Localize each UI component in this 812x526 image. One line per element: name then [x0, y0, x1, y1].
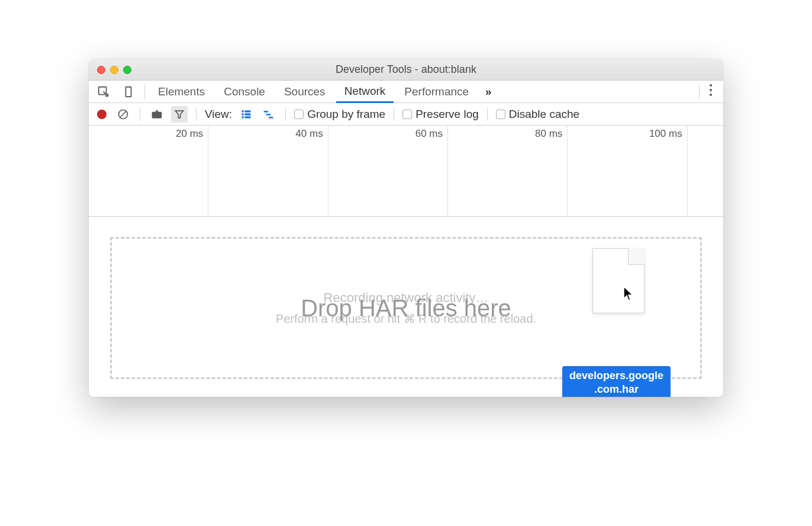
svg-rect-10: [245, 113, 251, 115]
content-area: Recording network activity… Perform a re…: [89, 217, 723, 397]
separator: [144, 84, 145, 100]
preserve-log-checkbox[interactable]: Preserve log: [402, 108, 479, 121]
tabs-overflow-icon[interactable]: »: [479, 85, 498, 98]
svg-rect-12: [245, 116, 251, 118]
cursor-icon: [623, 286, 634, 302]
separator: [140, 108, 140, 121]
filename-line1: developers.google: [569, 369, 663, 383]
network-toolbar: View: Group by frame Preserve log Disabl…: [89, 103, 723, 126]
svg-rect-13: [264, 111, 269, 113]
svg-rect-11: [242, 116, 244, 118]
svg-rect-9: [242, 113, 244, 115]
window-title: Developer Tools - about:blank: [89, 63, 723, 76]
tab-network[interactable]: Network: [336, 81, 394, 103]
disable-cache-label: Disable cache: [509, 108, 579, 121]
svg-point-2: [710, 84, 712, 86]
timeline-tick: 100 ms: [649, 128, 682, 140]
large-rows-icon[interactable]: [238, 106, 254, 123]
timeline-tick: 80 ms: [535, 128, 562, 140]
record-button[interactable]: [95, 107, 109, 121]
filter-icon[interactable]: [171, 106, 188, 123]
svg-rect-15: [269, 117, 273, 118]
minimize-icon[interactable]: [110, 66, 118, 74]
preserve-log-label: Preserve log: [415, 108, 479, 121]
maximize-icon[interactable]: [123, 66, 131, 74]
separator: [196, 108, 196, 121]
svg-rect-14: [266, 114, 271, 116]
svg-point-4: [710, 94, 712, 96]
disable-cache-checkbox[interactable]: Disable cache: [496, 108, 579, 121]
timeline-tick: 20 ms: [176, 128, 203, 140]
main-tabbar: Elements Console Sources Network Perform…: [89, 81, 723, 103]
clear-icon[interactable]: [115, 106, 131, 123]
svg-rect-8: [245, 110, 251, 112]
tab-elements[interactable]: Elements: [150, 81, 213, 102]
separator: [394, 108, 394, 121]
inspect-element-icon[interactable]: [92, 83, 115, 101]
capture-screenshots-icon[interactable]: [149, 106, 165, 123]
waterfall-view-icon[interactable]: [260, 106, 277, 123]
filename-line2: .com.har: [569, 383, 663, 396]
tab-sources[interactable]: Sources: [276, 81, 334, 102]
timeline-overview[interactable]: 20 ms 40 ms 60 ms 80 ms 100 ms: [89, 126, 723, 217]
timeline-tick: 60 ms: [415, 128, 443, 140]
dragged-file-icon: [592, 248, 645, 313]
close-icon[interactable]: [97, 66, 105, 74]
tab-console[interactable]: Console: [215, 81, 273, 102]
group-by-frame-label: Group by frame: [307, 108, 385, 121]
svg-rect-1: [125, 86, 131, 97]
toggle-device-icon[interactable]: [117, 83, 140, 101]
har-dropzone[interactable]: Recording network activity… Perform a re…: [110, 237, 702, 379]
devtools-window: Developer Tools - about:blank Elements C…: [89, 59, 723, 397]
dropzone-main-text: Drop HAR files here: [301, 295, 511, 322]
dragged-filename-badge: developers.google .com.har: [562, 366, 671, 397]
svg-rect-6: [152, 111, 162, 118]
svg-point-3: [710, 89, 712, 91]
titlebar: Developer Tools - about:blank: [89, 59, 723, 81]
separator: [699, 84, 700, 100]
svg-rect-7: [242, 110, 244, 112]
tab-performance[interactable]: Performance: [396, 81, 477, 102]
view-label: View:: [205, 108, 232, 121]
window-controls: [97, 66, 131, 74]
timeline-tick: 40 ms: [295, 128, 323, 140]
separator: [487, 108, 488, 121]
kebab-menu-icon[interactable]: [702, 81, 720, 102]
group-by-frame-checkbox[interactable]: Group by frame: [294, 108, 385, 121]
separator: [285, 108, 286, 121]
